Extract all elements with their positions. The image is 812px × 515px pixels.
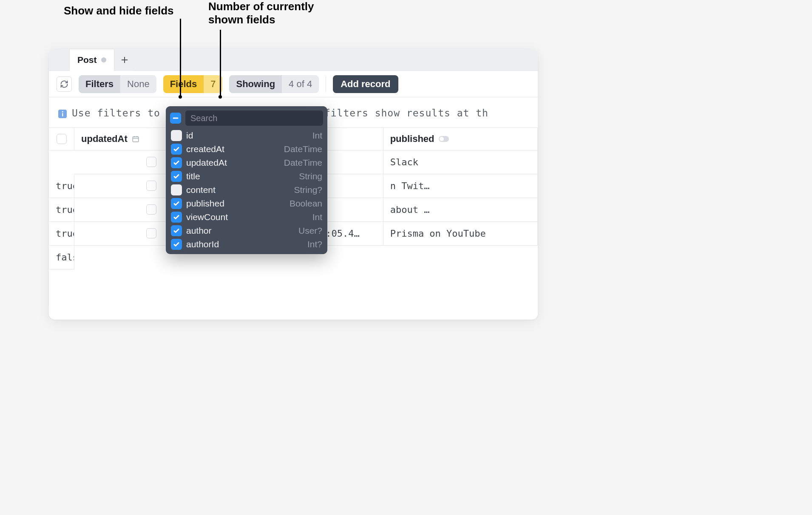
cell-published[interactable]: true xyxy=(49,174,74,198)
check-icon xyxy=(173,200,180,207)
row-checkbox[interactable] xyxy=(146,181,156,191)
field-name: updatedAt xyxy=(186,158,280,168)
field-name: published xyxy=(186,198,285,209)
annotation-show-hide: Show and hide fields xyxy=(64,4,174,17)
field-name: viewCount xyxy=(186,212,308,222)
fields-popover-row[interactable]: createdAtDateTime xyxy=(170,143,323,156)
filters-value: None xyxy=(120,75,156,93)
fields-popover-row[interactable]: publishedBoolean xyxy=(170,197,323,210)
field-checkbox[interactable] xyxy=(171,144,182,155)
fields-popover-header xyxy=(170,110,323,126)
tab-post-label: Post xyxy=(77,55,97,65)
annotation-num-shown: Number of currently shown fields xyxy=(208,0,314,26)
tab-status-dot-icon xyxy=(101,57,106,62)
field-name: authorId xyxy=(186,239,303,249)
showing-value: 4 of 4 xyxy=(282,75,319,93)
row-checkbox[interactable] xyxy=(146,228,156,238)
showing-label: Showing xyxy=(229,75,282,93)
calendar-icon xyxy=(132,135,139,143)
field-name: title xyxy=(186,171,295,181)
field-name: id xyxy=(186,130,308,141)
fields-pill[interactable]: Fields 7 xyxy=(163,75,223,93)
select-all-checkbox[interactable] xyxy=(57,134,67,144)
field-type: Int xyxy=(312,130,322,141)
fields-value: 7 xyxy=(204,75,222,93)
fields-search-input[interactable] xyxy=(185,110,323,126)
filters-label: Filters xyxy=(79,75,120,93)
header-checkbox-cell[interactable] xyxy=(49,127,74,150)
fields-popover-row[interactable]: authorUser? xyxy=(170,224,323,237)
fields-popover: idIntcreatedAtDateTimeupdatedAtDateTimet… xyxy=(166,106,327,254)
check-icon xyxy=(173,173,180,180)
check-icon xyxy=(173,227,180,234)
check-icon xyxy=(173,159,180,166)
row-checkbox[interactable] xyxy=(146,157,156,167)
toggle-icon xyxy=(439,136,449,142)
svg-point-2 xyxy=(62,111,63,112)
cell-published[interactable]: true xyxy=(49,222,74,246)
field-name: content xyxy=(186,185,290,195)
field-checkbox[interactable] xyxy=(171,157,182,168)
field-checkbox[interactable] xyxy=(171,171,182,182)
cell-published[interactable]: false xyxy=(49,246,74,269)
field-type: Int xyxy=(312,212,322,222)
check-icon xyxy=(173,214,180,221)
column-header-published[interactable]: published xyxy=(383,127,538,150)
fields-popover-row[interactable]: authorIdInt? xyxy=(170,238,323,251)
tab-add-button[interactable] xyxy=(114,49,135,71)
field-type: DateTime xyxy=(284,158,322,168)
refresh-button[interactable] xyxy=(57,76,72,92)
tab-post[interactable]: Post xyxy=(69,49,114,71)
info-icon xyxy=(57,109,68,119)
row-checkbox[interactable] xyxy=(146,204,156,215)
fields-popover-row[interactable]: viewCountInt xyxy=(170,211,323,224)
cell-title[interactable]: n Twit… xyxy=(383,174,538,198)
fields-popover-row[interactable]: titleString xyxy=(170,170,323,183)
field-type: DateTime xyxy=(284,144,322,154)
cell-published[interactable]: true xyxy=(49,198,74,222)
toolbar: Filters None Fields 7 Showing 4 of 4 Add… xyxy=(49,71,538,97)
field-checkbox[interactable] xyxy=(171,130,182,141)
field-checkbox[interactable] xyxy=(171,198,182,209)
fields-master-checkbox[interactable] xyxy=(170,113,181,124)
svg-rect-3 xyxy=(133,136,139,141)
fields-list: idIntcreatedAtDateTimeupdatedAtDateTimet… xyxy=(170,129,323,251)
field-checkbox[interactable] xyxy=(171,184,182,195)
fields-popover-row[interactable]: contentString? xyxy=(170,184,323,196)
field-type: Int? xyxy=(307,239,322,249)
add-record-button[interactable]: Add record xyxy=(333,75,398,93)
plus-icon xyxy=(121,56,128,64)
field-checkbox[interactable] xyxy=(171,225,182,236)
fields-label: Fields xyxy=(163,75,204,93)
app-window: Post Filters None Fields 7 Showing 4 of … xyxy=(49,49,538,320)
svg-rect-1 xyxy=(62,113,63,116)
field-name: createdAt xyxy=(186,144,280,154)
check-icon xyxy=(173,241,180,248)
showing-pill[interactable]: Showing 4 of 4 xyxy=(229,75,319,93)
column-header-label: updatedAt xyxy=(81,133,128,144)
refresh-icon xyxy=(60,80,68,88)
minus-icon xyxy=(173,115,179,121)
check-icon xyxy=(173,146,180,153)
field-checkbox[interactable] xyxy=(171,239,182,250)
cell-title[interactable]: about … xyxy=(383,198,538,222)
filters-pill[interactable]: Filters None xyxy=(79,75,156,93)
add-record-label: Add record xyxy=(341,79,390,90)
field-type: User? xyxy=(298,226,322,236)
tabbar: Post xyxy=(49,49,538,71)
cell-title[interactable]: Slack xyxy=(383,150,538,174)
svg-point-5 xyxy=(440,137,444,141)
fields-popover-row[interactable]: updatedAtDateTime xyxy=(170,156,323,169)
field-name: author xyxy=(186,226,294,236)
fields-popover-row[interactable]: idInt xyxy=(170,129,323,142)
field-type: String? xyxy=(294,185,322,195)
column-header-label: published xyxy=(390,133,434,144)
cell-title[interactable]: Prisma on YouTube xyxy=(383,222,538,246)
toolbar-divider xyxy=(326,76,326,92)
field-type: Boolean xyxy=(290,198,322,209)
field-checkbox[interactable] xyxy=(171,212,182,223)
field-type: String xyxy=(299,171,322,181)
